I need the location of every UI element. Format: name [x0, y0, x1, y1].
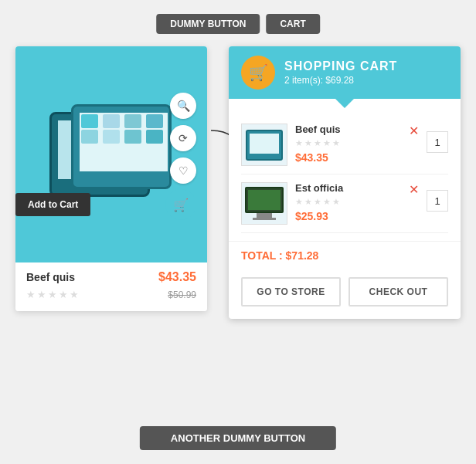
cart-header-icon: 🛒 — [241, 56, 275, 90]
tablet-front-screen — [80, 113, 168, 171]
cart-items: Beef quis ★ ★ ★ ★ ★ $43.35 ✕ 1 — [229, 108, 461, 241]
cart-circle-button[interactable]: 🛒 — [165, 189, 196, 220]
search-icon-btn[interactable]: 🔍 — [170, 93, 196, 119]
ci2-star-2: ★ — [304, 197, 312, 207]
add-to-cart-bar: Add to Cart 🛒 — [15, 189, 207, 220]
cart-title-area: SHOPPING CART 2 item(s): $69.28 — [284, 59, 397, 86]
cart-item-2-qty: 1 — [427, 190, 448, 212]
cart-item-2: Est officia ★ ★ ★ ★ ★ $25.93 ✕ 1 — [241, 174, 448, 233]
cart-item-2-stars: ★ ★ ★ ★ ★ — [295, 197, 401, 207]
cart-total-label: TOTAL : — [241, 249, 283, 262]
ci2-star-3: ★ — [314, 197, 321, 207]
tablet-front — [71, 104, 172, 189]
star-5: ★ — [70, 289, 79, 300]
cart-total-price: $71.28 — [286, 249, 319, 262]
bottom-dummy-button[interactable]: ANOTHER DUMMY BUTTON — [140, 426, 336, 450]
ci1-star-1: ★ — [295, 138, 303, 148]
star-4: ★ — [59, 289, 68, 300]
cart-header: 🛒 SHOPPING CART 2 item(s): $69.28 — [229, 46, 461, 99]
cart-item-2-name: Est officia — [295, 182, 401, 194]
cart-item: Beef quis ★ ★ ★ ★ ★ $43.35 ✕ 1 — [241, 116, 448, 174]
cart-arrow — [335, 99, 354, 108]
product-info: Beef quis $43.35 ★ ★ ★ ★ ★ $50.99 — [15, 262, 207, 311]
cart-total: TOTAL : $71.28 — [229, 241, 461, 269]
cart-item-1-price: $43.35 — [295, 151, 401, 164]
ci2-star-1: ★ — [295, 197, 303, 207]
cart-title: SHOPPING CART — [284, 59, 397, 73]
product-image-area: 🔍 ⟳ ♡ Add to Cart 🛒 — [15, 46, 207, 262]
ci2-star-4: ★ — [323, 197, 331, 207]
ci1-star-2: ★ — [304, 138, 312, 148]
cart-item-1-name: Beef quis — [295, 124, 401, 135]
star-2: ★ — [37, 289, 46, 300]
wishlist-icon-btn[interactable]: ♡ — [170, 157, 196, 184]
product-price-old: $50.99 — [168, 290, 196, 300]
cart-item-1-image — [241, 124, 287, 166]
cart-item-1-qty: 1 — [427, 131, 448, 153]
product-name: Beef quis — [26, 271, 75, 283]
ci2-star-5: ★ — [332, 197, 340, 207]
check-out-button[interactable]: CHECK OUT — [348, 277, 448, 307]
ci1-star-3: ★ — [314, 138, 321, 148]
dummy-button-1[interactable]: DUMMY BUTTON — [156, 14, 260, 34]
star-3: ★ — [48, 289, 57, 300]
cart-item-1-stars: ★ ★ ★ ★ ★ — [295, 138, 401, 148]
refresh-icon-btn[interactable]: ⟳ — [170, 125, 196, 151]
action-icons: 🔍 ⟳ ♡ — [170, 93, 196, 184]
cart-item-1-remove[interactable]: ✕ — [409, 124, 419, 138]
product-card: 🔍 ⟳ ♡ Add to Cart 🛒 Beef quis $43.35 ★ ★… — [15, 46, 207, 311]
go-to-store-button[interactable]: GO TO STORE — [241, 277, 341, 307]
ci1-star-5: ★ — [332, 138, 340, 148]
cart-item-2-price: $25.93 — [295, 210, 401, 222]
star-1: ★ — [26, 289, 36, 300]
shopping-cart-panel: 🛒 SHOPPING CART 2 item(s): $69.28 Beef q… — [229, 46, 461, 319]
ci1-star-4: ★ — [323, 138, 331, 148]
cart-item-2-details: Est officia ★ ★ ★ ★ ★ $25.93 — [295, 182, 401, 222]
cart-subtitle: 2 item(s): $69.28 — [284, 75, 397, 86]
cart-action-buttons: GO TO STORE CHECK OUT — [229, 269, 461, 319]
product-stars: ★ ★ ★ ★ ★ — [26, 289, 79, 300]
product-price-new: $43.35 — [158, 270, 196, 284]
mini-monitor-icon — [245, 187, 284, 220]
cart-button-top[interactable]: CART — [266, 14, 319, 34]
cart-item-1-details: Beef quis ★ ★ ★ ★ ★ $43.35 — [295, 124, 401, 164]
cart-item-2-remove[interactable]: ✕ — [409, 182, 419, 197]
cart-item-2-image — [241, 182, 287, 225]
top-bar: DUMMY BUTTON CART — [156, 14, 320, 34]
mini-tablet-icon — [246, 130, 283, 161]
add-to-cart-button[interactable]: Add to Cart — [15, 193, 90, 216]
